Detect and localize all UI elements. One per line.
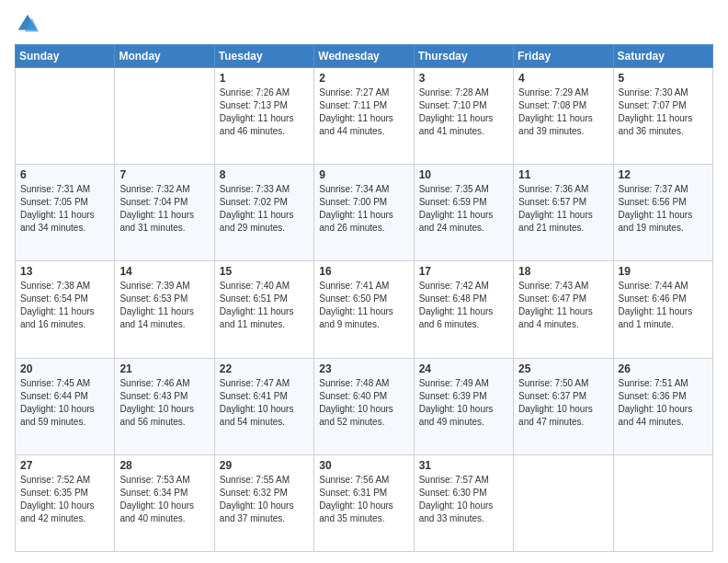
- cell-info: Sunrise: 7:35 AMSunset: 6:59 PMDaylight:…: [419, 184, 494, 233]
- day-number: 9: [319, 168, 408, 181]
- weekday-header-monday: Monday: [115, 45, 214, 68]
- cell-info: Sunrise: 7:36 AMSunset: 6:57 PMDaylight:…: [518, 184, 593, 233]
- day-number: 8: [220, 168, 309, 181]
- day-number: 25: [518, 362, 608, 375]
- day-number: 27: [20, 459, 109, 472]
- cell-info: Sunrise: 7:47 AMSunset: 6:41 PMDaylight:…: [220, 378, 294, 427]
- calendar-cell: 2Sunrise: 7:27 AMSunset: 7:11 PMDaylight…: [314, 68, 414, 165]
- calendar-cell: [16, 68, 115, 165]
- cell-info: Sunrise: 7:42 AMSunset: 6:48 PMDaylight:…: [419, 281, 494, 329]
- cell-info: Sunrise: 7:26 AMSunset: 7:13 PMDaylight:…: [220, 87, 294, 136]
- calendar-cell: 5Sunrise: 7:30 AMSunset: 7:07 PMDaylight…: [613, 68, 712, 165]
- cell-info: Sunrise: 7:55 AMSunset: 6:32 PMDaylight:…: [220, 475, 294, 523]
- cell-info: Sunrise: 7:38 AMSunset: 6:54 PMDaylight:…: [20, 281, 95, 329]
- calendar-cell: 17Sunrise: 7:42 AMSunset: 6:48 PMDayligh…: [414, 261, 513, 358]
- day-number: 4: [518, 72, 608, 85]
- calendar-cell: [613, 454, 712, 551]
- calendar-cell: 25Sunrise: 7:50 AMSunset: 6:37 PMDayligh…: [514, 358, 613, 454]
- day-number: 21: [119, 362, 209, 375]
- day-number: 12: [619, 168, 708, 181]
- weekday-header-saturday: Saturday: [613, 45, 712, 68]
- day-number: 6: [20, 168, 109, 181]
- day-number: 16: [319, 265, 408, 278]
- day-number: 18: [518, 265, 608, 278]
- cell-info: Sunrise: 7:41 AMSunset: 6:50 PMDaylight:…: [319, 281, 393, 329]
- cell-info: Sunrise: 7:46 AMSunset: 6:43 PMDaylight:…: [119, 378, 194, 427]
- day-number: 2: [319, 72, 408, 85]
- cell-info: Sunrise: 7:49 AMSunset: 6:39 PMDaylight:…: [419, 378, 494, 427]
- cell-info: Sunrise: 7:31 AMSunset: 7:05 PMDaylight:…: [20, 184, 95, 233]
- cell-info: Sunrise: 7:34 AMSunset: 7:00 PMDaylight:…: [319, 184, 393, 233]
- day-number: 20: [20, 362, 109, 375]
- weekday-header-thursday: Thursday: [414, 45, 513, 68]
- calendar-cell: 4Sunrise: 7:29 AMSunset: 7:08 PMDaylight…: [514, 68, 613, 165]
- calendar-cell: 8Sunrise: 7:33 AMSunset: 7:02 PMDaylight…: [214, 165, 313, 261]
- week-row-4: 27Sunrise: 7:52 AMSunset: 6:35 PMDayligh…: [16, 454, 713, 551]
- day-number: 10: [419, 168, 508, 181]
- page: SundayMondayTuesdayWednesdayThursdayFrid…: [0, 0, 728, 563]
- calendar-cell: 10Sunrise: 7:35 AMSunset: 6:59 PMDayligh…: [414, 165, 513, 261]
- calendar-cell: 14Sunrise: 7:39 AMSunset: 6:53 PMDayligh…: [115, 261, 214, 358]
- cell-info: Sunrise: 7:39 AMSunset: 6:53 PMDaylight:…: [119, 281, 194, 329]
- day-number: 19: [619, 265, 708, 278]
- cell-info: Sunrise: 7:48 AMSunset: 6:40 PMDaylight:…: [319, 378, 393, 427]
- cell-info: Sunrise: 7:28 AMSunset: 7:10 PMDaylight:…: [419, 87, 494, 136]
- weekday-header-sunday: Sunday: [16, 45, 115, 68]
- calendar-cell: 11Sunrise: 7:36 AMSunset: 6:57 PMDayligh…: [514, 165, 613, 261]
- calendar-cell: 21Sunrise: 7:46 AMSunset: 6:43 PMDayligh…: [115, 358, 214, 454]
- cell-info: Sunrise: 7:43 AMSunset: 6:47 PMDaylight:…: [518, 281, 593, 329]
- calendar-cell: 24Sunrise: 7:49 AMSunset: 6:39 PMDayligh…: [414, 358, 513, 454]
- cell-info: Sunrise: 7:32 AMSunset: 7:04 PMDaylight:…: [119, 184, 194, 233]
- calendar-cell: 12Sunrise: 7:37 AMSunset: 6:56 PMDayligh…: [613, 165, 712, 261]
- calendar-cell: 9Sunrise: 7:34 AMSunset: 7:00 PMDaylight…: [314, 165, 414, 261]
- weekday-header-friday: Friday: [514, 45, 613, 68]
- cell-info: Sunrise: 7:45 AMSunset: 6:44 PMDaylight:…: [20, 378, 95, 427]
- calendar-cell: 6Sunrise: 7:31 AMSunset: 7:05 PMDaylight…: [16, 165, 115, 261]
- day-number: 13: [20, 265, 109, 278]
- day-number: 5: [619, 72, 708, 85]
- cell-info: Sunrise: 7:30 AMSunset: 7:07 PMDaylight:…: [619, 87, 693, 136]
- cell-info: Sunrise: 7:57 AMSunset: 6:30 PMDaylight:…: [419, 475, 494, 523]
- day-number: 1: [220, 72, 309, 85]
- day-number: 15: [220, 265, 309, 278]
- calendar-cell: 19Sunrise: 7:44 AMSunset: 6:46 PMDayligh…: [613, 261, 712, 358]
- cell-info: Sunrise: 7:40 AMSunset: 6:51 PMDaylight:…: [220, 281, 294, 329]
- cell-info: Sunrise: 7:37 AMSunset: 6:56 PMDaylight:…: [619, 184, 693, 233]
- weekday-header-tuesday: Tuesday: [214, 45, 313, 68]
- calendar-cell: 27Sunrise: 7:52 AMSunset: 6:35 PMDayligh…: [16, 454, 115, 551]
- calendar-cell: 26Sunrise: 7:51 AMSunset: 6:36 PMDayligh…: [613, 358, 712, 454]
- cell-info: Sunrise: 7:53 AMSunset: 6:34 PMDaylight:…: [119, 475, 194, 523]
- week-row-0: 1Sunrise: 7:26 AMSunset: 7:13 PMDaylight…: [16, 68, 713, 165]
- calendar-cell: 20Sunrise: 7:45 AMSunset: 6:44 PMDayligh…: [16, 358, 115, 454]
- weekday-header-wednesday: Wednesday: [314, 45, 414, 68]
- day-number: 14: [119, 265, 209, 278]
- cell-info: Sunrise: 7:44 AMSunset: 6:46 PMDaylight:…: [619, 281, 693, 329]
- day-number: 24: [419, 362, 508, 375]
- day-number: 26: [619, 362, 708, 375]
- calendar-table: SundayMondayTuesdayWednesdayThursdayFrid…: [15, 44, 713, 552]
- calendar-cell: 13Sunrise: 7:38 AMSunset: 6:54 PMDayligh…: [16, 261, 115, 358]
- week-row-1: 6Sunrise: 7:31 AMSunset: 7:05 PMDaylight…: [16, 165, 713, 261]
- calendar-cell: 1Sunrise: 7:26 AMSunset: 7:13 PMDaylight…: [214, 68, 313, 165]
- header: [15, 11, 713, 37]
- calendar-cell: 18Sunrise: 7:43 AMSunset: 6:47 PMDayligh…: [514, 261, 613, 358]
- day-number: 28: [119, 459, 209, 472]
- calendar-cell: 7Sunrise: 7:32 AMSunset: 7:04 PMDaylight…: [115, 165, 214, 261]
- calendar-cell: 16Sunrise: 7:41 AMSunset: 6:50 PMDayligh…: [314, 261, 414, 358]
- calendar-cell: 15Sunrise: 7:40 AMSunset: 6:51 PMDayligh…: [214, 261, 313, 358]
- calendar-cell: [514, 454, 613, 551]
- calendar-cell: [115, 68, 214, 165]
- week-row-3: 20Sunrise: 7:45 AMSunset: 6:44 PMDayligh…: [16, 358, 713, 454]
- cell-info: Sunrise: 7:50 AMSunset: 6:37 PMDaylight:…: [518, 378, 593, 427]
- cell-info: Sunrise: 7:27 AMSunset: 7:11 PMDaylight:…: [319, 87, 393, 136]
- day-number: 11: [518, 168, 608, 181]
- calendar-cell: 23Sunrise: 7:48 AMSunset: 6:40 PMDayligh…: [314, 358, 414, 454]
- week-row-2: 13Sunrise: 7:38 AMSunset: 6:54 PMDayligh…: [16, 261, 713, 358]
- calendar-cell: 29Sunrise: 7:55 AMSunset: 6:32 PMDayligh…: [214, 454, 313, 551]
- cell-info: Sunrise: 7:33 AMSunset: 7:02 PMDaylight:…: [220, 184, 294, 233]
- logo-icon: [15, 11, 40, 37]
- logo: [15, 11, 44, 37]
- cell-info: Sunrise: 7:29 AMSunset: 7:08 PMDaylight:…: [518, 87, 593, 136]
- day-number: 3: [419, 72, 508, 85]
- calendar-cell: 31Sunrise: 7:57 AMSunset: 6:30 PMDayligh…: [414, 454, 513, 551]
